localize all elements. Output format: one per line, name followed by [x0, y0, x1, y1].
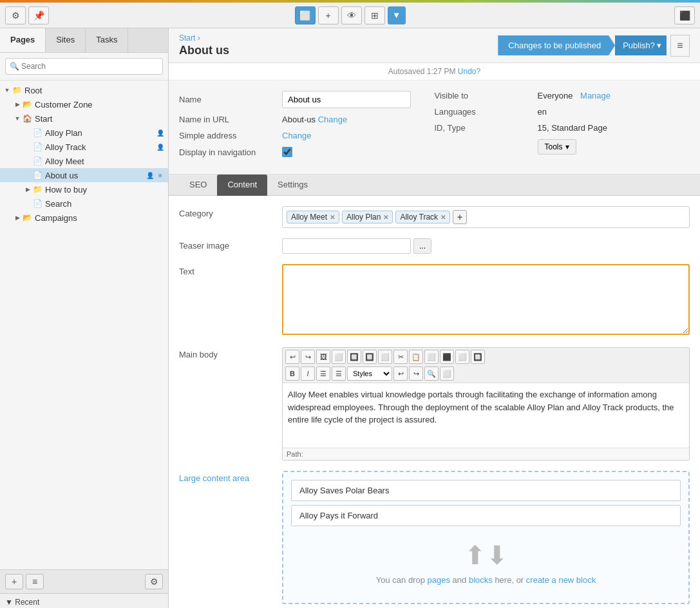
- tag-remove-button[interactable]: ✕: [383, 214, 388, 221]
- tab-sites[interactable]: Sites: [46, 28, 86, 52]
- add-category-button[interactable]: +: [453, 210, 467, 224]
- large-content-drop-area[interactable]: Alloy Saves Polar Bears Alloy Pays it Fo…: [282, 471, 690, 604]
- rte-redo-btn[interactable]: ↪: [301, 350, 315, 364]
- drop-blocks-link[interactable]: blocks: [469, 575, 493, 585]
- main-layout: Pages Sites Tasks 🔍 ▼ 📁 Root ▶ 📂: [0, 28, 700, 608]
- rte-undo2-btn[interactable]: ↩: [393, 366, 408, 381]
- teaser-image-input[interactable]: [282, 238, 411, 254]
- tree-item-campaigns[interactable]: ▶ 📂 Campaigns: [0, 211, 168, 225]
- add-page-button[interactable]: +: [5, 574, 23, 589]
- rte-cut-btn[interactable]: ✂: [393, 350, 408, 364]
- tag-remove-button[interactable]: ✕: [440, 214, 446, 221]
- publish-group: Changes to be published Publish? ▾: [498, 35, 667, 55]
- rte-italic-btn[interactable]: I: [301, 366, 315, 381]
- tab-seo[interactable]: SEO: [179, 175, 217, 196]
- window-btn[interactable]: ⬛: [674, 6, 695, 24]
- content-block-2[interactable]: Alloy Pays it Forward: [291, 505, 681, 526]
- tree-item-start[interactable]: ▼ 🏠 Start: [0, 111, 168, 126]
- content-header: Start › About us Changes to be published…: [169, 28, 700, 63]
- text-area[interactable]: [282, 264, 690, 335]
- rte-bold-btn[interactable]: B: [285, 366, 299, 381]
- rte-image-btn[interactable]: 🖼: [316, 350, 330, 364]
- pages-view-btn[interactable]: ⬜: [295, 6, 316, 24]
- undo-link[interactable]: Undo?: [458, 67, 480, 76]
- id-type-value: 15, Standard Page: [538, 123, 607, 133]
- tab-tasks[interactable]: Tasks: [86, 28, 128, 52]
- teaser-browse-button[interactable]: ...: [413, 238, 431, 254]
- form-area: Name Name in URL About-us Change Simple …: [169, 81, 700, 175]
- rte-styles-select[interactable]: Styles: [347, 366, 392, 381]
- rte-copy-btn[interactable]: 📋: [409, 350, 423, 364]
- rte-source-btn[interactable]: ⬜: [440, 366, 454, 381]
- dropdown-arrow[interactable]: ▼: [388, 6, 406, 24]
- pin-icon[interactable]: 📌: [28, 6, 49, 24]
- rte-undo-btn[interactable]: ↩: [285, 350, 299, 364]
- name-in-url-change-link[interactable]: Change: [318, 115, 348, 124]
- rte-ol-btn[interactable]: ☰: [332, 366, 346, 381]
- tab-content[interactable]: Content: [217, 175, 267, 196]
- rte-btn-6[interactable]: 🔲: [363, 350, 377, 364]
- tree-label: About us: [45, 171, 145, 180]
- drop-here: here, or: [495, 575, 524, 585]
- tag-remove-button[interactable]: ✕: [330, 214, 335, 221]
- folder-icon: 📂: [22, 99, 32, 109]
- header-right: Changes to be published Publish? ▾ ≡: [498, 35, 690, 57]
- tabs-bar: SEO Content Settings: [169, 175, 700, 196]
- tree-toggle[interactable]: ▶: [13, 100, 22, 109]
- visible-to-label: Visible to: [435, 91, 538, 100]
- tree-item-alloy-track[interactable]: 📄 Alloy Track 👤: [0, 140, 168, 154]
- rte-redo2-btn[interactable]: ↪: [409, 366, 423, 381]
- rte-search-btn[interactable]: 🔍: [424, 366, 439, 381]
- more-options-icon[interactable]: ≡: [155, 170, 166, 180]
- rte-btn-10[interactable]: ⬜: [424, 350, 439, 364]
- autosave-bar: Autosaved 1:27 PM Undo?: [169, 63, 700, 81]
- preview-btn[interactable]: 👁: [341, 6, 362, 24]
- rte-content[interactable]: Alloy Meet enables virtual knowledge por…: [283, 383, 689, 448]
- name-in-url-value: About-us Change: [282, 115, 347, 124]
- tree-item-alloy-meet[interactable]: 📄 Alloy Meet: [0, 154, 168, 168]
- tree-item-search[interactable]: 📄 Search: [0, 196, 168, 211]
- rte-btn-11[interactable]: ⬛: [440, 350, 454, 364]
- tab-pages[interactable]: Pages: [0, 28, 46, 52]
- tree-toggle[interactable]: ▶: [23, 185, 32, 194]
- tree-toggle[interactable]: ▶: [13, 213, 22, 222]
- languages-label: Languages: [435, 107, 538, 117]
- gear-icon[interactable]: ⚙: [5, 6, 26, 24]
- content-block-1[interactable]: Alloy Saves Polar Bears: [291, 480, 681, 501]
- tree-item-how-to-buy[interactable]: ▶ 📁 How to buy: [0, 182, 168, 196]
- search-input[interactable]: [5, 58, 163, 75]
- user-icon: 👤: [145, 170, 155, 180]
- tree-item-about-us[interactable]: 📄 About us 👤 ≡: [0, 168, 168, 182]
- drop-text: You can drop: [376, 575, 425, 585]
- menu-icon-button[interactable]: ≡: [670, 35, 690, 57]
- breadcrumb-link[interactable]: Start: [179, 33, 195, 43]
- rte-btn-13[interactable]: 🔲: [471, 350, 485, 364]
- content-block-2-label: Alloy Pays it Forward: [299, 511, 378, 520]
- tree-item-customer-zone[interactable]: ▶ 📂 Customer Zone: [0, 97, 168, 111]
- tools-button[interactable]: Tools ▾: [538, 139, 576, 155]
- rte-btn-12[interactable]: ⬜: [455, 350, 469, 364]
- create-new-block-link[interactable]: create a new block: [526, 575, 596, 585]
- menu-button[interactable]: ≡: [26, 574, 44, 589]
- publish-button[interactable]: Changes to be published: [498, 35, 615, 55]
- drop-pages-link[interactable]: pages: [428, 575, 450, 585]
- manage-link[interactable]: Manage: [580, 91, 610, 100]
- rte-flash-btn[interactable]: 🔲: [347, 350, 361, 364]
- settings-button[interactable]: ⚙: [145, 574, 163, 589]
- tab-settings[interactable]: Settings: [267, 175, 318, 196]
- edit-btn[interactable]: ⊞: [364, 6, 385, 24]
- tree-item-root[interactable]: ▼ 📁 Root: [0, 83, 168, 97]
- rte-btn-4[interactable]: ⬜: [332, 350, 346, 364]
- drop-and: and: [453, 575, 467, 585]
- rte-btn-7[interactable]: ⬜: [378, 350, 392, 364]
- name-input[interactable]: [282, 91, 411, 108]
- tree-toggle[interactable]: ▼: [3, 86, 12, 95]
- tree-toggle[interactable]: ▼: [13, 114, 22, 123]
- rte-ul-btn[interactable]: ☰: [316, 366, 330, 381]
- tree-label: Alloy Track: [45, 142, 155, 152]
- tree-item-alloy-plan[interactable]: 📄 Alloy Plan 👤: [0, 126, 168, 140]
- publish-dropdown-button[interactable]: Publish? ▾: [615, 35, 667, 55]
- display-nav-checkbox[interactable]: [282, 147, 292, 157]
- simple-address-change-link[interactable]: Change: [282, 131, 312, 140]
- add-btn[interactable]: +: [318, 6, 339, 24]
